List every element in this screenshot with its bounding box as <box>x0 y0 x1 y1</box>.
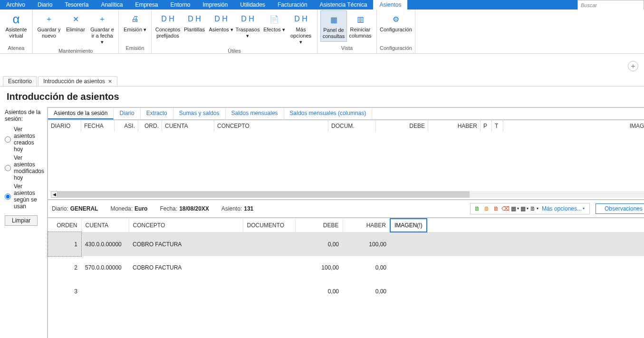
asientos-utiles-button[interactable]: D HAsientos ▾ <box>208 10 234 35</box>
close-tab-icon[interactable]: ✕ <box>108 78 112 85</box>
entry-row[interactable]: 30,000,00 <box>48 280 644 303</box>
traspasos-button[interactable]: D HTraspasos ▾ <box>234 10 261 41</box>
col-asi[interactable]: ASI. <box>115 120 138 132</box>
menu-impresion[interactable]: Impresión <box>196 0 234 10</box>
ribbon-group-label: Vista <box>320 44 374 52</box>
col-haber[interactable]: HABER <box>428 120 481 132</box>
tab-saldos-mensuales-col[interactable]: Saldos mensuales (columnas) <box>284 108 373 119</box>
ribbon-group-label: Atenea <box>3 44 29 52</box>
ribbon-group: D HConceptos prefijadosD HPlantillasD HA… <box>152 10 317 53</box>
col-p[interactable]: P <box>481 120 492 132</box>
scroll-track[interactable] <box>58 191 644 198</box>
tab-asientos-sesion[interactable]: Asientos de la sesión <box>48 108 114 119</box>
inner-tabs: Asientos de la sesión Diario Extracto Su… <box>47 107 644 119</box>
efectos-button[interactable]: 📄Efectos ▾ <box>261 10 288 35</box>
plantillas-button[interactable]: D HPlantillas <box>181 10 208 35</box>
radio-modificados-hoy[interactable]: Ver asientos modificados hoy <box>5 155 44 181</box>
observaciones-button[interactable]: Observaciones <box>596 203 644 214</box>
menu-asientos[interactable]: Asientos <box>373 0 407 10</box>
guardar-y-nuevo-button[interactable]: ＋Guardar y nuevo <box>36 10 62 41</box>
ribbon-group: ▦Panel de consultas▥Reiniciar columnasVi… <box>317 10 377 53</box>
grid3-icon[interactable]: 🗎▾ <box>529 204 539 213</box>
reiniciar-columnas-label: Reiniciar columnas <box>348 27 373 39</box>
diario-value: GENERAL <box>70 205 98 212</box>
menu-archivo[interactable]: Archivo <box>0 0 31 10</box>
emision-button[interactable]: 🖨Emisión ▾ <box>122 10 148 35</box>
menu-utilidades[interactable]: Utilidades <box>234 0 271 10</box>
tab-sumas-saldos[interactable]: Sumas y saldos <box>173 108 226 119</box>
ws-tab-escritorio[interactable]: Escritorio <box>3 76 37 86</box>
grid2-icon[interactable]: ▦▾ <box>520 204 529 213</box>
col-imagen2[interactable]: IMAGEN(!) <box>390 219 427 232</box>
menu-diario[interactable]: Diario <box>31 0 58 10</box>
cell-haber: 0,00 <box>343 256 390 280</box>
asistente-virtual-button[interactable]: αAsistente virtual <box>3 10 29 41</box>
cell-cuenta: 570.0.0.00000 <box>81 256 129 280</box>
conceptos-prefijados-button[interactable]: D HConceptos prefijados <box>154 10 181 41</box>
menu-asistencia[interactable]: Asistencia Técnica <box>314 0 374 10</box>
eliminar-button[interactable]: ✕Eliminar <box>62 10 89 35</box>
col-docum[interactable]: DOCUM. <box>328 120 376 132</box>
col-haber2[interactable]: HABER <box>343 219 390 232</box>
main-menubar: Archivo Diario Tesorería Analítica Empre… <box>0 0 644 10</box>
col-cuenta2[interactable]: CUENTA <box>81 219 129 232</box>
col-orden[interactable]: ORDEN <box>48 219 81 232</box>
menu-empresa[interactable]: Empresa <box>129 0 164 10</box>
radio-input[interactable] <box>5 193 11 200</box>
radio-input[interactable] <box>5 165 11 171</box>
col-t[interactable]: T <box>492 120 503 132</box>
reiniciar-columnas-icon: ▥ <box>353 12 368 26</box>
limpiar-button[interactable]: Limpiar <box>5 215 38 226</box>
ribbon: αAsistente virtualAtenea＋Guardar y nuevo… <box>0 10 644 54</box>
radio-segun-se-usan[interactable]: Ver asientos según se usan <box>5 183 44 210</box>
col-documento2[interactable]: DOCUMENTO <box>243 219 295 232</box>
emision-label: Emisión ▾ <box>124 27 146 33</box>
add-tab-icon[interactable]: ＋ <box>628 61 638 71</box>
mas-opciones-button[interactable]: Más opciones...▾ <box>542 205 585 212</box>
col-debe[interactable]: DEBE <box>376 120 428 132</box>
entry-grid: ORDEN CUENTA CONCEPTO DOCUMENTO DEBE HAB… <box>47 218 644 338</box>
reiniciar-columnas-button[interactable]: ▥Reiniciar columnas <box>347 10 374 41</box>
conceptos-prefijados-icon: D H <box>160 12 175 26</box>
doc-del-icon[interactable]: ⌫ <box>501 204 510 213</box>
panel-de-consultas-label: Panel de consultas <box>322 27 346 39</box>
radio-creados-hoy[interactable]: Ver asientos creados hoy <box>5 126 44 153</box>
ws-tab-introduccion[interactable]: Introducción de asientos ✕ <box>38 76 117 86</box>
cell-cuenta: 430.0.0.00000 <box>81 232 129 256</box>
tab-extracto[interactable]: Extracto <box>141 108 173 119</box>
fecha-value: 18/08/20XX <box>179 205 209 212</box>
radio-input[interactable] <box>5 136 11 143</box>
col-diario[interactable]: DIARIO <box>48 120 81 132</box>
menu-tesoreria[interactable]: Tesorería <box>58 0 95 10</box>
grid1-icon[interactable]: ▦▾ <box>510 204 520 213</box>
mas-opciones-utiles-button[interactable]: D HMás opciones ▾ <box>288 10 314 47</box>
tab-saldos-mensuales[interactable]: Saldos mensuales <box>226 108 284 119</box>
scroll-thumb[interactable] <box>58 191 470 198</box>
doc-edit-icon[interactable]: 🗎 <box>482 204 491 213</box>
col-imagen[interactable]: IMAGEN <box>503 120 644 132</box>
entry-row[interactable]: 1430.0.0.00000COBRO FACTURA0,00100,00 <box>48 232 644 256</box>
horizontal-scrollbar[interactable]: ◀ ▶ <box>51 191 644 198</box>
col-concepto[interactable]: CONCEPTO <box>214 120 328 132</box>
col-concepto2[interactable]: CONCEPTO <box>129 219 243 232</box>
col-fecha[interactable]: FECHA <box>81 120 115 132</box>
col-debe2[interactable]: DEBE <box>295 219 343 232</box>
page-title: Introducción de asientos <box>0 87 644 107</box>
menu-facturacion[interactable]: Facturación <box>271 0 314 10</box>
scroll-left-icon[interactable]: ◀ <box>51 191 58 198</box>
tab-diario[interactable]: Diario <box>114 108 140 119</box>
workspace-tabs: Escritorio Introducción de asientos ✕ <box>0 75 644 87</box>
guardar-ir-a-fecha-icon: ＋ <box>95 12 110 26</box>
col-ord[interactable]: ORD. <box>138 120 162 132</box>
search-input[interactable]: Buscar <box>577 0 644 10</box>
configuracion-button[interactable]: ⚙Configuración <box>383 10 409 35</box>
guardar-ir-a-fecha-button[interactable]: ＋Guardar e ir a fecha ▾ <box>89 10 115 47</box>
entry-row[interactable]: 2570.0.0.00000COBRO FACTURA100,000,00 <box>48 256 644 280</box>
doc-star-icon[interactable]: 🗎 <box>491 204 501 213</box>
panel-de-consultas-button[interactable]: ▦Panel de consultas <box>320 10 347 42</box>
menu-entorno[interactable]: Entorno <box>164 0 196 10</box>
menu-analitica[interactable]: Analítica <box>95 0 129 10</box>
configuracion-icon: ⚙ <box>388 12 404 26</box>
col-cuenta[interactable]: CUENTA <box>162 120 214 132</box>
doc-add-icon[interactable]: 🗎 <box>472 204 482 213</box>
